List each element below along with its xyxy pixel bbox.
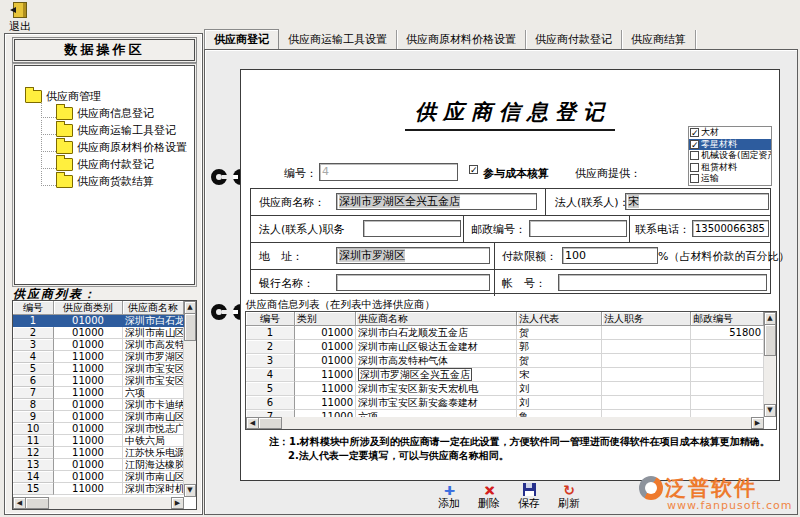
column-header[interactable]: 编号 bbox=[246, 312, 295, 326]
plus-icon: + bbox=[433, 482, 465, 498]
tree-connector bbox=[41, 120, 56, 135]
folder-icon bbox=[56, 141, 73, 154]
cost-checkbox[interactable]: ✓ bbox=[469, 165, 478, 174]
checkbox-icon[interactable] bbox=[690, 163, 699, 172]
grid-row[interactable]: 3 01000 深圳市高发特种气体 贺 bbox=[246, 354, 764, 368]
scroll-thumb[interactable] bbox=[25, 497, 49, 509]
tab-bar: 供应商登记 供应商运输工具设置 供应商原材料价格设置 供应商付款登记 供应商结算 bbox=[204, 28, 798, 49]
scroll-right-button[interactable]: ▶ bbox=[751, 417, 764, 429]
table-row[interactable]: 12 11000 江苏快乐电源 bbox=[13, 447, 184, 459]
tab-transport-setting[interactable]: 供应商运输工具设置 bbox=[279, 30, 397, 49]
postal-label: 邮政编号： bbox=[471, 222, 526, 237]
name-label: 供应商名称： bbox=[259, 195, 325, 210]
vertical-scrollbar[interactable]: ▲ ▼ bbox=[764, 312, 776, 417]
column-header[interactable]: 法人代表 bbox=[517, 312, 602, 326]
code-label: 编号： bbox=[284, 166, 317, 181]
grid-row[interactable]: 4 11000 深圳市罗湖区全兴五金店 宋 bbox=[246, 368, 764, 382]
column-header[interactable]: 邮政编号 bbox=[691, 312, 764, 326]
column-header[interactable]: 供应商名称 bbox=[123, 301, 184, 315]
exit-label: 退出 bbox=[3, 21, 37, 33]
bank-input[interactable] bbox=[336, 274, 490, 291]
folder-icon bbox=[56, 158, 73, 171]
tree-connector bbox=[41, 103, 56, 118]
grid-row[interactable]: 1 01000 深圳市白石龙顺发五金店 贺 51800 bbox=[246, 326, 764, 340]
column-header[interactable]: 供应商类别 bbox=[54, 301, 123, 315]
table-row[interactable]: 10 01000 深圳市悦志广 bbox=[13, 423, 184, 435]
provides-option[interactable]: 运输 bbox=[689, 173, 771, 185]
table-row[interactable]: 1 01000 深圳市白石龙 bbox=[13, 315, 184, 327]
delete-button[interactable]: × 删除 bbox=[473, 482, 505, 510]
scroll-thumb[interactable] bbox=[258, 417, 282, 429]
cost-checkbox-label: 参与成本核算 bbox=[483, 166, 549, 181]
bank-label: 银行名称： bbox=[259, 276, 314, 291]
table-row[interactable]: 15 11000 深圳市深时机 bbox=[13, 483, 184, 495]
horizontal-scrollbar[interactable]: ◀ ▶ bbox=[13, 497, 184, 509]
limit-label: 付款限额： bbox=[502, 249, 557, 264]
vendor-url[interactable]: www.fanpusoft.com bbox=[667, 499, 792, 512]
provides-listbox[interactable]: ✓ 大材 ✓ 零星材料 机械设备(固定资产) 租赁材料 运输 bbox=[688, 126, 772, 186]
legal-input[interactable]: 宋 bbox=[625, 193, 769, 210]
name-input[interactable]: 深圳市罗湖区全兴五金店 bbox=[336, 193, 537, 210]
column-header[interactable]: 类别 bbox=[295, 312, 356, 326]
scroll-down-button[interactable]: ▼ bbox=[184, 484, 196, 497]
postal-input[interactable] bbox=[529, 220, 627, 237]
save-icon bbox=[513, 482, 545, 498]
provides-label: 供应商提供： bbox=[575, 166, 641, 181]
address-input[interactable]: 深圳市罗湖区 bbox=[336, 247, 490, 264]
legal-title-label: 法人(联系人)职务 bbox=[259, 222, 345, 237]
checkbox-icon[interactable] bbox=[690, 174, 699, 183]
table-row[interactable]: 9 01000 深圳市南山区 bbox=[13, 411, 184, 423]
table-row[interactable]: 3 01000 深圳市高发特 bbox=[13, 339, 184, 351]
tab-settlement[interactable]: 供应商结算 bbox=[622, 30, 696, 49]
legal-title-input[interactable] bbox=[363, 220, 461, 237]
table-row[interactable]: 11 11000 中铁六局 bbox=[13, 435, 184, 447]
fanpu-logo-icon bbox=[639, 476, 663, 500]
column-header[interactable]: 编号 bbox=[13, 301, 54, 315]
bottom-toolbar: + 添加 × 删除 保存 ↻ 刷新 bbox=[433, 482, 593, 510]
code-input[interactable]: 4 bbox=[319, 163, 458, 181]
folder-icon bbox=[56, 107, 73, 120]
checkbox-icon[interactable] bbox=[690, 151, 699, 160]
phone-input[interactable]: 13500066385 bbox=[692, 220, 769, 237]
grid-title: 供应商信息列表（在列表中选择供应商） bbox=[246, 298, 435, 312]
grid-row[interactable]: 6 11000 深圳市宝安区新安鑫泰建材 刘 bbox=[246, 396, 764, 410]
table-row[interactable]: 8 01000 深圳市卡迪纳 bbox=[13, 399, 184, 411]
column-header[interactable]: 供应商名称 bbox=[356, 312, 517, 326]
tab-supplier-register[interactable]: 供应商登记 bbox=[204, 29, 279, 49]
tab-material-price[interactable]: 供应商原材料价格设置 bbox=[397, 30, 526, 49]
grid-row[interactable]: 2 01000 深圳市南山区银达五金建材 郭 bbox=[246, 340, 764, 354]
table-row[interactable]: 2 01000 深圳市南山区 bbox=[13, 327, 184, 339]
main-content-panel: 供应商信息登记 ✓ 大材 ✓ 零星材料 机械设备(固定资产) 租赁材料 bbox=[204, 49, 798, 515]
tab-payment-register[interactable]: 供应商付款登记 bbox=[526, 30, 622, 49]
vertical-scrollbar[interactable]: ▲ ▼ bbox=[184, 301, 196, 497]
scroll-thumb[interactable] bbox=[184, 313, 196, 341]
table-row[interactable]: 6 11000 深圳市宝安区 bbox=[13, 375, 184, 387]
delete-icon: × bbox=[473, 482, 505, 498]
column-header[interactable]: 法人职务 bbox=[602, 312, 691, 326]
address-label: 地 址： bbox=[259, 249, 303, 264]
checkbox-checked-icon[interactable]: ✓ bbox=[690, 140, 699, 149]
limit-input[interactable]: 100 bbox=[562, 247, 658, 264]
limit-suffix: %（占材料价款的百分比） bbox=[658, 249, 789, 264]
scroll-down-button[interactable]: ▼ bbox=[764, 404, 776, 417]
grid-row[interactable]: 7 11000 六项 鲁 bbox=[246, 410, 764, 417]
account-label: 帐 号： bbox=[502, 276, 546, 291]
grid-row[interactable]: 5 11000 深圳市宝安区新安天宏机电 刘 bbox=[246, 382, 764, 396]
tree-item-settlement[interactable]: 供应商货款结算 bbox=[25, 173, 194, 190]
focused-cell[interactable]: 深圳市罗湖区全兴五金店 bbox=[356, 368, 517, 382]
exit-button[interactable]: 退出 bbox=[3, 2, 37, 32]
save-button[interactable]: 保存 bbox=[513, 482, 545, 510]
refresh-button[interactable]: ↻ 刷新 bbox=[553, 482, 585, 510]
phone-label: 联系电话： bbox=[635, 222, 690, 237]
table-row[interactable]: 5 11000 深圳市宝安区 bbox=[13, 363, 184, 375]
account-input[interactable] bbox=[558, 274, 767, 291]
table-row[interactable]: 7 11000 六项 bbox=[13, 387, 184, 399]
checkbox-checked-icon[interactable]: ✓ bbox=[690, 128, 699, 137]
scroll-thumb[interactable] bbox=[764, 324, 776, 356]
horizontal-scrollbar[interactable]: ◀ ▶ bbox=[246, 417, 764, 429]
table-row[interactable]: 13 01000 江阴海达橡胶 bbox=[13, 459, 184, 471]
table-row[interactable]: 4 11000 深圳市罗湖区 bbox=[13, 351, 184, 363]
table-row[interactable]: 14 01000 深圳市南山区 bbox=[13, 471, 184, 483]
scroll-right-button[interactable]: ▶ bbox=[171, 497, 184, 509]
add-button[interactable]: + 添加 bbox=[433, 482, 465, 510]
